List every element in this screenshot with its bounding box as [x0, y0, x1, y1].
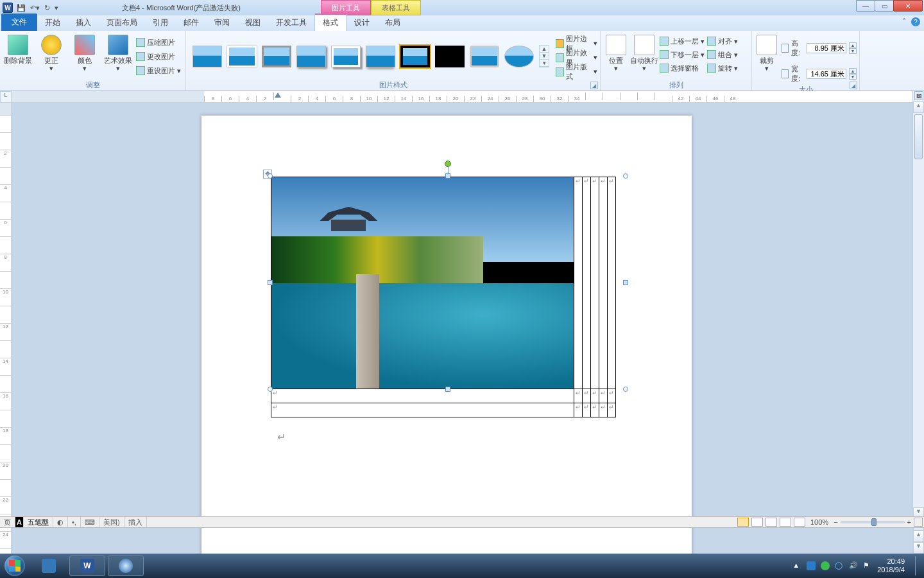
view-outline-icon[interactable]: [780, 518, 791, 527]
style-thumb-4[interactable]: [296, 46, 326, 67]
tab-design[interactable]: 设计: [346, 15, 377, 31]
tray-charm-icon[interactable]: ◯: [835, 561, 844, 570]
tab-table-layout[interactable]: 布局: [377, 15, 408, 31]
resize-handle-tr[interactable]: [623, 173, 628, 179]
scroll-thumb[interactable]: [914, 114, 923, 159]
dialog-launcher-styles[interactable]: ◢: [590, 82, 598, 89]
tab-file[interactable]: 文件: [1, 13, 37, 31]
vertical-scrollbar[interactable]: ▧ ▲ ▼ ◦ ▲ ▼: [912, 91, 924, 554]
minimize-button[interactable]: —: [856, 0, 875, 12]
status-page[interactable]: 页: [0, 517, 15, 527]
ime-punct-icon[interactable]: •,: [68, 517, 81, 527]
table-cell[interactable]: ↵: [608, 403, 616, 417]
tab-mailings[interactable]: 邮件: [176, 15, 207, 31]
resize-handle-l[interactable]: [268, 280, 273, 285]
crop-button[interactable]: 裁剪▾: [755, 33, 779, 73]
tray-show-hidden-icon[interactable]: ▲: [792, 561, 801, 570]
table-cell[interactable]: ↵: [583, 389, 591, 403]
vertical-ruler[interactable]: 24681012141618202224: [0, 103, 12, 554]
width-input[interactable]: [807, 69, 846, 79]
horizontal-ruler[interactable]: 8642246810121416182022242628303234424446…: [12, 91, 912, 103]
tab-review[interactable]: 审阅: [207, 15, 237, 31]
rotate-handle[interactable]: [445, 161, 451, 167]
next-page-icon[interactable]: ▼: [913, 542, 924, 554]
position-button[interactable]: 位置▾: [603, 33, 629, 73]
width-spinner[interactable]: ▲▼: [849, 68, 857, 80]
rotate-button[interactable]: 旋转 ▾: [707, 62, 738, 74]
view-fullscreen-icon[interactable]: [751, 518, 763, 527]
resize-handle-tl[interactable]: [268, 173, 273, 179]
ime-keyboard-icon[interactable]: ⌨: [81, 517, 99, 527]
align-button[interactable]: 对齐 ▾: [707, 35, 738, 48]
qat-more-icon[interactable]: ▾: [53, 4, 60, 12]
tab-view[interactable]: 视图: [237, 15, 268, 31]
bring-forward-button[interactable]: 上移一层 ▾: [660, 35, 705, 48]
prev-page-icon[interactable]: ▲: [913, 530, 924, 542]
status-mode[interactable]: 插入: [124, 517, 147, 527]
resize-handle-b[interactable]: [445, 387, 450, 392]
status-language[interactable]: 美国): [99, 517, 124, 527]
style-thumb-5[interactable]: [331, 46, 361, 67]
zoom-in-icon[interactable]: +: [907, 518, 911, 526]
tray-volume-icon[interactable]: 🔊: [849, 561, 858, 570]
view-print-layout-icon[interactable]: [737, 518, 749, 527]
gallery-more[interactable]: ▲▼▾: [539, 45, 549, 67]
height-input[interactable]: [807, 43, 846, 53]
tab-insert[interactable]: 插入: [68, 15, 99, 31]
compress-pictures-button[interactable]: 压缩图片: [136, 36, 181, 49]
selection-pane-button[interactable]: 选择窗格: [660, 62, 705, 74]
resize-handle-r[interactable]: [623, 280, 628, 285]
view-web-icon[interactable]: [766, 518, 777, 527]
height-spinner[interactable]: ▲▼: [849, 42, 857, 54]
style-thumb-8[interactable]: [435, 46, 465, 67]
save-icon[interactable]: 💾: [15, 4, 27, 12]
tab-page-layout[interactable]: 页面布局: [99, 15, 145, 31]
zoom-fit-icon[interactable]: [914, 518, 923, 527]
style-thumb-6[interactable]: [366, 46, 395, 67]
ime-half-full-icon[interactable]: ◐: [53, 517, 68, 527]
zoom-level[interactable]: 100%: [810, 518, 828, 526]
tray-security-icon[interactable]: [821, 561, 830, 570]
color-button[interactable]: 颜色▾: [69, 33, 100, 73]
table-cell[interactable]: ↵: [574, 403, 583, 417]
table-cell[interactable]: ↵: [608, 389, 616, 403]
table-cell[interactable]: ↵: [591, 389, 599, 403]
change-picture-button[interactable]: 更改图片: [136, 50, 181, 63]
wrap-text-button[interactable]: 自动换行▾: [631, 33, 657, 73]
help-icon[interactable]: ?: [911, 17, 920, 26]
close-button[interactable]: ✕: [893, 0, 923, 12]
tray-app-icon[interactable]: [807, 561, 816, 570]
scroll-up-icon[interactable]: ▲: [913, 101, 924, 113]
view-draft-icon[interactable]: [794, 518, 805, 527]
resize-handle-bl[interactable]: [268, 387, 273, 392]
table-cell[interactable]: ↵: [574, 389, 583, 403]
maximize-button[interactable]: ▭: [875, 0, 894, 12]
zoom-out-icon[interactable]: −: [834, 518, 837, 526]
table-cell[interactable]: ↵: [271, 389, 574, 403]
ime-indicator[interactable]: A: [15, 517, 24, 527]
style-thumb-2[interactable]: [227, 46, 257, 67]
tray-action-center-icon[interactable]: ⚑: [863, 561, 872, 570]
style-thumb-10[interactable]: [504, 46, 534, 67]
table-cell[interactable]: ↵: [591, 403, 599, 417]
tab-developer[interactable]: 开发工具: [268, 15, 314, 31]
ime-name[interactable]: 五笔型: [24, 517, 53, 527]
tray-clock[interactable]: 20:49 2018/9/4: [877, 557, 907, 574]
corrections-button[interactable]: 更正▾: [36, 33, 67, 73]
undo-icon[interactable]: ↶▾: [29, 4, 41, 12]
table-cell[interactable]: ↵: [271, 403, 574, 417]
artistic-effects-button[interactable]: 艺术效果▾: [103, 33, 133, 73]
document-viewport[interactable]: ✥ ↵ ↵ ↵ ↵ ↵ ↵: [12, 103, 912, 554]
show-desktop-button[interactable]: [915, 556, 920, 575]
send-backward-button[interactable]: 下移一层 ▾: [660, 48, 705, 61]
picture-layout-button[interactable]: 图片版式 ▾: [556, 66, 597, 78]
table-cell[interactable]: ↵: [599, 403, 608, 417]
start-button[interactable]: [0, 554, 30, 578]
taskbar-item-browser[interactable]: [108, 556, 144, 576]
context-tab-table-tools[interactable]: 表格工具: [371, 0, 421, 15]
dialog-launcher-size[interactable]: ◢: [850, 82, 857, 89]
style-thumb-1[interactable]: [193, 46, 222, 67]
table-cell[interactable]: ↵: [583, 403, 591, 417]
taskbar-item[interactable]: [31, 556, 67, 576]
redo-icon[interactable]: ↻: [43, 4, 51, 12]
